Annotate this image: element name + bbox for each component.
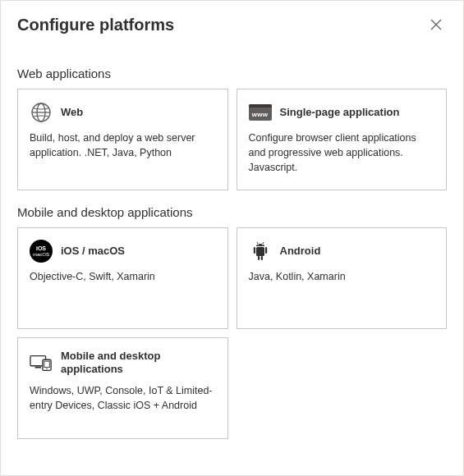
svg-rect-11 (260, 256, 262, 260)
svg-rect-7 (256, 247, 264, 256)
card-title: Android (280, 245, 321, 258)
section-title: Mobile and desktop applications (17, 205, 447, 219)
card-grid: Web Build, host, and deploy a web server… (17, 89, 447, 190)
panel-header: Configure platforms (1, 1, 463, 42)
svg-point-6 (261, 245, 262, 245)
card-android[interactable]: Android Java, Kotlin, Xamarin (237, 227, 448, 329)
card-header: Web (30, 101, 216, 124)
svg-line-3 (257, 242, 258, 245)
card-description: Build, host, and deploy a web server app… (30, 130, 216, 160)
card-header: www Single-page application (249, 101, 435, 124)
panel-content: Web applications Web Build, (1, 42, 463, 455)
card-web[interactable]: Web Build, host, and deploy a web server… (17, 89, 228, 190)
card-title: Web (61, 106, 83, 119)
card-description: Windows, UWP, Console, IoT & Limited-ent… (30, 383, 216, 413)
panel-title: Configure platforms (17, 16, 174, 34)
section-mobile-desktop-applications: Mobile and desktop applications iOS macO… (17, 205, 447, 439)
svg-rect-10 (258, 256, 260, 260)
card-description: Java, Kotlin, Xamarin (249, 269, 435, 284)
card-description: Configure browser client applications an… (249, 130, 435, 175)
card-header: iOS macOS iOS / macOS (30, 240, 216, 263)
svg-rect-8 (253, 247, 255, 254)
card-title: iOS / macOS (61, 245, 125, 258)
spa-www-icon: www (249, 101, 272, 124)
card-title: Single-page application (280, 106, 400, 119)
android-icon (249, 240, 272, 263)
devices-icon (30, 351, 53, 374)
svg-point-5 (257, 245, 258, 245)
card-grid: iOS macOS iOS / macOS Objective-C, Swift… (17, 227, 447, 439)
globe-icon (30, 101, 53, 124)
card-header: Android (249, 240, 435, 263)
section-title: Web applications (17, 66, 447, 80)
svg-point-16 (46, 368, 47, 369)
card-single-page-application[interactable]: www Single-page application Configure br… (237, 89, 448, 190)
card-title: Mobile and desktop applications (61, 350, 216, 377)
apple-icon: iOS macOS (30, 240, 53, 263)
svg-rect-9 (265, 247, 267, 254)
svg-line-4 (262, 242, 263, 245)
card-description: Objective-C, Swift, Xamarin (30, 269, 216, 284)
section-web-applications: Web applications Web Build, (17, 66, 447, 190)
card-ios-macos[interactable]: iOS macOS iOS / macOS Objective-C, Swift… (17, 227, 228, 329)
svg-rect-13 (35, 367, 41, 368)
card-header: Mobile and desktop applications (30, 350, 216, 377)
card-mobile-desktop-applications[interactable]: Mobile and desktop applications Windows,… (17, 337, 228, 439)
close-button[interactable] (425, 14, 447, 35)
close-icon (430, 19, 442, 30)
